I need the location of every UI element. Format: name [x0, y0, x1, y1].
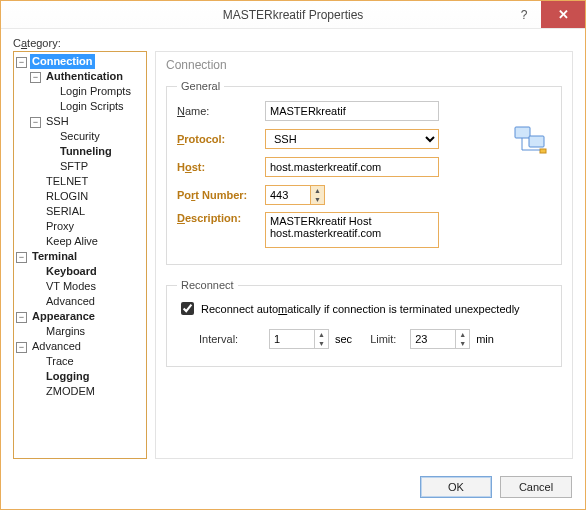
limit-input[interactable] [411, 330, 455, 348]
port-input[interactable] [266, 186, 310, 204]
tree-proxy[interactable]: Proxy [44, 219, 76, 234]
tree-trace[interactable]: Trace [44, 354, 76, 369]
tree-connection[interactable]: Connection [30, 54, 95, 69]
protocol-label: Protocol: [177, 133, 265, 145]
tree-telnet[interactable]: TELNET [44, 174, 90, 189]
interval-input[interactable] [270, 330, 314, 348]
name-input[interactable] [265, 101, 439, 121]
general-legend: General [177, 80, 224, 92]
tree-authentication[interactable]: Authentication [44, 69, 125, 84]
name-label: Name: [177, 105, 265, 117]
tree-tunneling[interactable]: Tunneling [58, 144, 114, 159]
port-label: Port Number: [177, 189, 265, 201]
tree-serial[interactable]: SERIAL [44, 204, 87, 219]
description-label: Description: [177, 212, 265, 224]
tree-vtmodes[interactable]: VT Modes [44, 279, 98, 294]
tree-security[interactable]: Security [58, 129, 102, 144]
title-bar: MASTERkreatif Properties ? ✕ [1, 1, 585, 29]
port-spinner[interactable]: ▲▼ [265, 185, 325, 205]
tree-appearance[interactable]: Appearance [30, 309, 97, 324]
chevron-up-icon[interactable]: ▲ [456, 330, 469, 339]
category-tree[interactable]: −Connection −Authentication Login Prompt… [13, 51, 147, 459]
properties-panel: Connection General Name: Protocol: [155, 51, 573, 459]
connection-icon [514, 124, 548, 158]
chevron-down-icon[interactable]: ▼ [456, 339, 469, 348]
general-group: General Name: Protocol: SSH Host: [166, 80, 562, 265]
limit-label: Limit: [370, 333, 410, 345]
svg-rect-1 [529, 136, 544, 147]
tree-login-prompts[interactable]: Login Prompts [58, 84, 133, 99]
cancel-button[interactable]: Cancel [500, 476, 572, 498]
tree-advanced[interactable]: Advanced [30, 339, 83, 354]
tree-rlogin[interactable]: RLOGIN [44, 189, 90, 204]
description-textarea[interactable]: MASTERkreatif Host host.masterkreatif.co… [265, 212, 439, 248]
chevron-up-icon[interactable]: ▲ [315, 330, 328, 339]
protocol-select[interactable]: SSH [265, 129, 439, 149]
tree-zmodem[interactable]: ZMODEM [44, 384, 97, 399]
svg-rect-2 [540, 149, 546, 153]
tree-keyboard[interactable]: Keyboard [44, 264, 99, 279]
reconnect-group: Reconnect Reconnect automatically if con… [166, 279, 562, 367]
tree-keepalive[interactable]: Keep Alive [44, 234, 100, 249]
min-label: min [476, 333, 494, 345]
panel-heading: Connection [166, 58, 562, 72]
tree-sftp[interactable]: SFTP [58, 159, 90, 174]
reconnect-checkbox[interactable] [181, 302, 194, 315]
tree-ssh[interactable]: SSH [44, 114, 71, 129]
reconnect-legend: Reconnect [177, 279, 238, 291]
window-title: MASTERkreatif Properties [223, 8, 364, 22]
interval-spinner[interactable]: ▲▼ [269, 329, 329, 349]
chevron-up-icon[interactable]: ▲ [311, 186, 324, 195]
chevron-down-icon[interactable]: ▼ [311, 195, 324, 204]
help-button[interactable]: ? [507, 1, 541, 28]
tree-terminal[interactable]: Terminal [30, 249, 79, 264]
tree-login-scripts[interactable]: Login Scripts [58, 99, 126, 114]
tree-logging[interactable]: Logging [44, 369, 91, 384]
host-input[interactable] [265, 157, 439, 177]
limit-spinner[interactable]: ▲▼ [410, 329, 470, 349]
ok-button[interactable]: OK [420, 476, 492, 498]
interval-label: Interval: [199, 333, 269, 345]
sec-label: sec [335, 333, 352, 345]
category-label: Category: [13, 37, 573, 49]
tree-margins[interactable]: Margins [44, 324, 87, 339]
svg-rect-0 [515, 127, 530, 138]
chevron-down-icon[interactable]: ▼ [315, 339, 328, 348]
reconnect-label: Reconnect automatically if connection is… [201, 303, 520, 315]
host-label: Host: [177, 161, 265, 173]
tree-terminal-adv[interactable]: Advanced [44, 294, 97, 309]
close-button[interactable]: ✕ [541, 1, 585, 28]
